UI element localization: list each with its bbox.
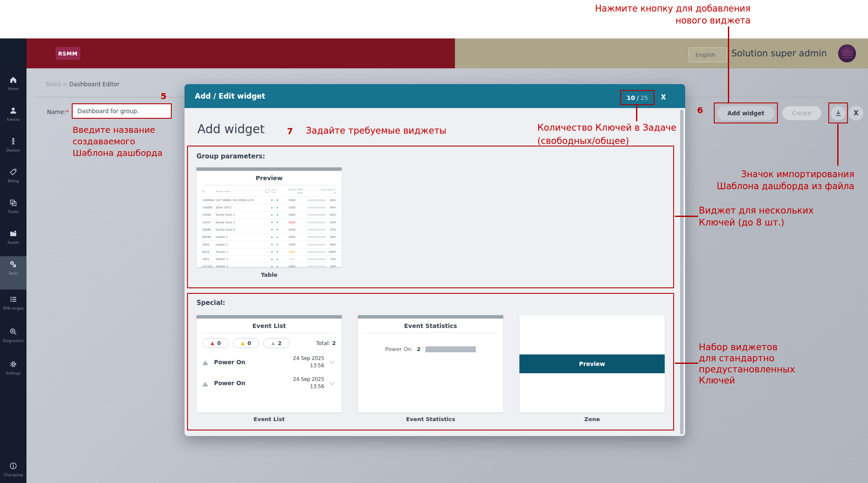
breadcrumb-tasks[interactable]: Tasks [45, 81, 61, 88]
power-dot [277, 244, 278, 245]
name-label: Name:* [47, 108, 69, 115]
annotation-set-widgets-note: Задайте требуемые виджеты [306, 126, 446, 136]
keys-counter: 10 / 25 [620, 90, 654, 105]
sidebar-item-changelog[interactable]: Changelog [0, 458, 26, 483]
table-row: 1280943CAT 20000 / DH D500-12 N150080% [196, 196, 342, 204]
sidebar-item-label: Assets [0, 240, 26, 245]
severity-badges-row: ▲0▲0▲2Total: 2 [196, 333, 342, 348]
wifi-icon [265, 190, 270, 193]
online-dot [271, 207, 273, 208]
warning-triangle-icon: ▲ [211, 341, 214, 345]
group-section-title: Group parameters: [196, 152, 265, 160]
fuel-bar-track [307, 207, 326, 208]
sidebar-item-assets[interactable]: Assets [0, 225, 26, 255]
event-list-widget-card[interactable]: Event List ▲0▲0▲2Total: 2 ▲!Power On24 S… [196, 315, 342, 413]
online-dot [271, 229, 273, 230]
sidebar-item-admins[interactable]: Admins [0, 102, 26, 132]
zone-widget-card[interactable]: Preview [519, 315, 665, 413]
add-widget-button[interactable]: Add widget [717, 106, 774, 120]
annotation-import-note: Значок импортирования Шаблона дашборда и… [717, 168, 854, 192]
sidebar-item-diagnostics[interactable]: Diagnostics [0, 324, 26, 354]
sidebar-item-label: Diagnostics [0, 339, 26, 343]
home-icon [9, 76, 18, 84]
sidebar-item-settings[interactable]: Settings [0, 356, 26, 386]
online-dot [271, 244, 273, 245]
table-row: 1003Tractor 265010% [196, 255, 342, 263]
warning-triangle-icon: ▲ [271, 341, 275, 345]
sidebar-item-home[interactable]: Home [0, 72, 26, 102]
sidebar-item-billing[interactable]: Billing [0, 164, 26, 194]
annotation-step-7: 7 [287, 126, 293, 136]
sidebar-item-label: Fleets [0, 210, 26, 214]
annotation-line-multi-key [675, 216, 698, 217]
fuel-bar-track [307, 244, 326, 246]
warning-triangle-icon: ▲! [202, 380, 208, 387]
name-input-value: Dashboard for group. [73, 108, 139, 114]
sidebar-item-label: Tasks [0, 271, 26, 275]
event-list-title: Event List [196, 319, 342, 333]
sidebar-item-tasks[interactable]: Tasks [0, 256, 26, 290]
sidebar-item-spn-ranges[interactable]: SPN ranges [0, 291, 26, 321]
import-dashboard-button[interactable] [831, 106, 845, 120]
avatar[interactable] [838, 44, 856, 62]
annotation-add-button-note: Нажмите кнопку для добавления нового вид… [595, 3, 751, 26]
sidebar-item-dealers[interactable]: Dealers [0, 133, 26, 163]
language-label: English [695, 52, 716, 58]
assets-icon [9, 229, 18, 238]
event-row: ▲!Power On24 Sep 202513:56 [196, 376, 342, 390]
power-dot [277, 237, 278, 238]
sidebar-item-label: Admins [0, 117, 26, 122]
warning-triangle-icon: ▲ [241, 341, 244, 345]
table-row: 12950Dump truck 2140060% [196, 211, 342, 218]
event-list-caption: Event List [196, 416, 342, 422]
total-count: Total: 2 [316, 340, 336, 346]
online-dot [271, 222, 273, 223]
chevron-down-icon[interactable] [329, 358, 335, 364]
power-dot [277, 207, 278, 208]
online-dot [271, 259, 273, 260]
modal-close-button[interactable]: X [657, 92, 670, 103]
online-dot [271, 266, 273, 267]
billing-icon [9, 168, 18, 176]
language-selector[interactable]: English ▾ [689, 47, 727, 62]
keys-free: 10 [627, 94, 635, 101]
online-dot [271, 251, 273, 252]
power-dot [277, 266, 278, 267]
table-row: 212102Tractor 3140020% [196, 263, 342, 270]
zone-preview-band: Preview [519, 354, 665, 373]
stat-label: Power On [385, 346, 412, 352]
sidebar-item-label: Dealers [0, 148, 26, 152]
fuel-bar-track [307, 236, 326, 238]
name-input[interactable]: Dashboard for group. [72, 103, 172, 119]
annotation-step-6: 6 [697, 105, 703, 115]
sidebar-item-label: Changelog [0, 473, 26, 477]
breadcrumb: Tasks > Dashboard Editor [45, 81, 120, 88]
fuel-bar-track [307, 258, 326, 260]
modal-title: Add / Edit widget [195, 92, 265, 100]
annotation-keys-count-note: Количество Ключей в Задаче (свободных/об… [537, 121, 677, 148]
annotation-line-add-button [728, 26, 729, 102]
event-statistics-widget-card[interactable]: Event Statistics Power On 2 [358, 315, 503, 413]
keys-total: 25 [640, 94, 648, 101]
table-row: 1993Loader 2150080% [196, 240, 342, 248]
annotation-line-counter [636, 105, 637, 121]
table-header-row: ID Asset name Engine RPMRPM Fuel Level 1… [196, 185, 342, 196]
close-editor-button[interactable]: X [849, 106, 863, 120]
table-widget-card[interactable]: Preview ID Asset name Engine RPMRPM Fuel… [196, 167, 342, 267]
sidebar-item-label: Home [0, 87, 26, 91]
chevron-down-icon[interactable] [329, 380, 335, 385]
modal-scrollbar[interactable] [680, 110, 683, 434]
special-section-title: Special: [196, 299, 225, 307]
table-row: 8910Tractor 11600100% [196, 248, 342, 255]
power-dot [277, 229, 278, 230]
sidebar-item-fleets[interactable]: Fleets [0, 195, 26, 225]
table-preview-title: Preview [196, 171, 342, 185]
spn-ranges-icon [9, 295, 18, 304]
fuel-bar-track [307, 214, 326, 216]
create-button[interactable]: Create [782, 106, 821, 120]
severity-badge-info: ▲2 [263, 338, 290, 348]
fuel-bar-track [307, 199, 326, 201]
event-statistics-caption: Event Statistics [358, 416, 503, 422]
app-logo[interactable]: RSMM [56, 47, 80, 60]
screenshot-root: RSMM English ▾ Solution super admin Home… [0, 0, 868, 483]
